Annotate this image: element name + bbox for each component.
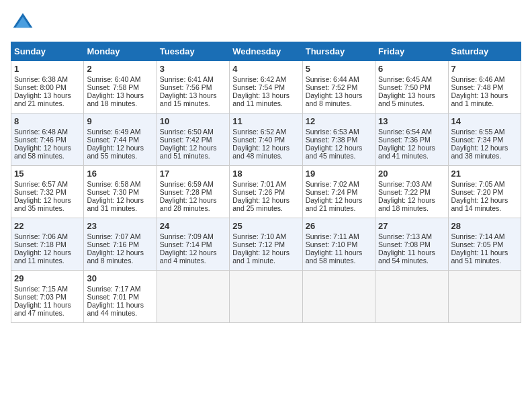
day-info-line: Sunrise: 6:52 AM [232, 128, 299, 136]
day-info-line: Sunrise: 6:49 AM [87, 128, 153, 136]
day-info-line: Sunset: 7:03 PM [14, 293, 81, 301]
day-info-line: and 51 minutes. [160, 152, 226, 160]
day-number: 11 [232, 116, 299, 126]
day-number: 30 [87, 273, 153, 283]
day-info-line: Sunrise: 6:53 AM [306, 128, 372, 136]
calendar-cell: 8Sunrise: 6:48 AMSunset: 7:46 PMDaylight… [11, 113, 84, 166]
day-info-line: Daylight: 12 hours [87, 248, 153, 257]
calendar-cell: 25Sunrise: 7:10 AMSunset: 7:12 PMDayligh… [230, 218, 302, 271]
day-number: 26 [306, 221, 372, 231]
weekday-header-row: SundayMondayTuesdayWednesdayThursdayFrid… [11, 42, 521, 61]
weekday-header: Wednesday [230, 42, 302, 61]
day-info-line: Sunset: 7:56 PM [160, 83, 226, 91]
day-info-line: Sunrise: 6:54 AM [378, 128, 445, 136]
day-info-line: Daylight: 12 hours [232, 144, 299, 152]
day-info-line: Sunset: 7:52 PM [306, 83, 372, 91]
calendar-cell: 23Sunrise: 7:07 AMSunset: 7:16 PMDayligh… [84, 218, 157, 271]
day-number: 14 [451, 116, 518, 126]
day-number: 28 [451, 221, 518, 231]
day-info-line: and 5 minutes. [378, 99, 445, 107]
day-info-line: and 47 minutes. [14, 309, 81, 317]
day-info-line: Daylight: 12 hours [232, 248, 299, 257]
day-info-line: and 11 minutes. [14, 257, 81, 265]
calendar-cell: 26Sunrise: 7:11 AMSunset: 7:10 PMDayligh… [302, 218, 375, 271]
day-info-line: Sunset: 7:44 PM [87, 136, 153, 144]
day-info-line: and 28 minutes. [160, 204, 226, 212]
day-info-line: and 35 minutes. [14, 204, 81, 212]
day-info-line: Daylight: 13 hours [306, 91, 372, 99]
day-number: 9 [87, 116, 153, 126]
day-info-line: Sunset: 7:12 PM [232, 240, 299, 248]
day-info-line: Daylight: 11 hours [306, 248, 372, 257]
day-info-line: Sunset: 7:54 PM [232, 83, 299, 91]
day-number: 5 [306, 64, 372, 74]
day-info-line: Daylight: 12 hours [160, 248, 226, 257]
day-info-line: and 18 minutes. [87, 99, 153, 107]
day-info-line: Sunrise: 7:05 AM [451, 180, 518, 188]
calendar-cell-empty [157, 271, 229, 323]
day-info-line: and 14 minutes. [451, 204, 518, 212]
day-info-line: Sunrise: 7:03 AM [378, 180, 445, 188]
logo [11, 11, 38, 35]
day-info-line: Sunrise: 6:46 AM [451, 75, 518, 83]
day-info-line: Sunset: 7:22 PM [378, 188, 445, 196]
day-info-line: and 15 minutes. [160, 99, 226, 107]
day-info-line: Daylight: 13 hours [451, 91, 518, 99]
day-info-line: and 4 minutes. [160, 257, 226, 265]
day-info-line: Daylight: 12 hours [378, 144, 445, 152]
page-header [11, 11, 521, 35]
day-info-line: and 31 minutes. [87, 204, 153, 212]
day-info-line: and 41 minutes. [378, 152, 445, 160]
day-info-line: Sunset: 7:08 PM [378, 240, 445, 248]
day-info-line: and 1 minute. [451, 99, 518, 107]
day-info-line: and 8 minutes. [306, 99, 372, 107]
calendar-cell: 9Sunrise: 6:49 AMSunset: 7:44 PMDaylight… [84, 113, 157, 166]
calendar-cell: 11Sunrise: 6:52 AMSunset: 7:40 PMDayligh… [230, 113, 302, 166]
day-info-line: Sunset: 7:20 PM [451, 188, 518, 196]
calendar-cell: 10Sunrise: 6:50 AMSunset: 7:42 PMDayligh… [157, 113, 229, 166]
day-info-line: Sunrise: 6:50 AM [160, 128, 226, 136]
day-info-line: Sunrise: 7:15 AM [14, 285, 81, 293]
day-number: 13 [378, 116, 445, 126]
day-info-line: Sunrise: 6:42 AM [232, 75, 299, 83]
weekday-header: Sunday [11, 42, 84, 61]
day-info-line: Sunrise: 6:55 AM [451, 128, 518, 136]
day-number: 24 [160, 221, 226, 231]
calendar-cell: 4Sunrise: 6:42 AMSunset: 7:54 PMDaylight… [230, 61, 302, 113]
day-info-line: Daylight: 12 hours [87, 196, 153, 204]
day-info-line: Sunrise: 7:09 AM [160, 232, 226, 240]
day-info-line: and 48 minutes. [232, 152, 299, 160]
calendar-cell: 29Sunrise: 7:15 AMSunset: 7:03 PMDayligh… [11, 271, 84, 323]
day-number: 18 [232, 169, 299, 179]
day-info-line: and 54 minutes. [378, 257, 445, 265]
calendar-cell: 21Sunrise: 7:05 AMSunset: 7:20 PMDayligh… [448, 166, 521, 218]
calendar-week-row: 29Sunrise: 7:15 AMSunset: 7:03 PMDayligh… [11, 271, 521, 323]
calendar-cell: 1Sunrise: 6:38 AMSunset: 8:00 PMDaylight… [11, 61, 84, 113]
day-number: 12 [306, 116, 372, 126]
day-info-line: Sunset: 7:46 PM [14, 136, 81, 144]
day-info-line: Sunset: 7:18 PM [14, 240, 81, 248]
day-info-line: Daylight: 12 hours [14, 248, 81, 257]
day-info-line: and 58 minutes. [306, 257, 372, 265]
day-number: 6 [378, 64, 445, 74]
day-info-line: Sunrise: 7:07 AM [87, 232, 153, 240]
day-info-line: Daylight: 12 hours [87, 144, 153, 152]
day-info-line: and 44 minutes. [87, 309, 153, 317]
day-info-line: Sunset: 7:42 PM [160, 136, 226, 144]
day-info-line: Sunset: 7:26 PM [232, 188, 299, 196]
day-info-line: Sunset: 7:01 PM [87, 293, 153, 301]
calendar-week-row: 8Sunrise: 6:48 AMSunset: 7:46 PMDaylight… [11, 113, 521, 166]
day-number: 17 [160, 169, 226, 179]
calendar-cell: 6Sunrise: 6:45 AMSunset: 7:50 PMDaylight… [375, 61, 448, 113]
weekday-header: Tuesday [157, 42, 229, 61]
day-number: 4 [232, 64, 299, 74]
calendar-cell-empty [302, 271, 375, 323]
day-number: 2 [87, 64, 153, 74]
day-info-line: Sunset: 7:30 PM [87, 188, 153, 196]
day-info-line: Sunset: 7:58 PM [87, 83, 153, 91]
day-info-line: Sunset: 7:50 PM [378, 83, 445, 91]
day-info-line: and 55 minutes. [87, 152, 153, 160]
day-info-line: Sunset: 7:24 PM [306, 188, 372, 196]
day-info-line: Sunset: 7:32 PM [14, 188, 81, 196]
weekday-header: Monday [84, 42, 157, 61]
